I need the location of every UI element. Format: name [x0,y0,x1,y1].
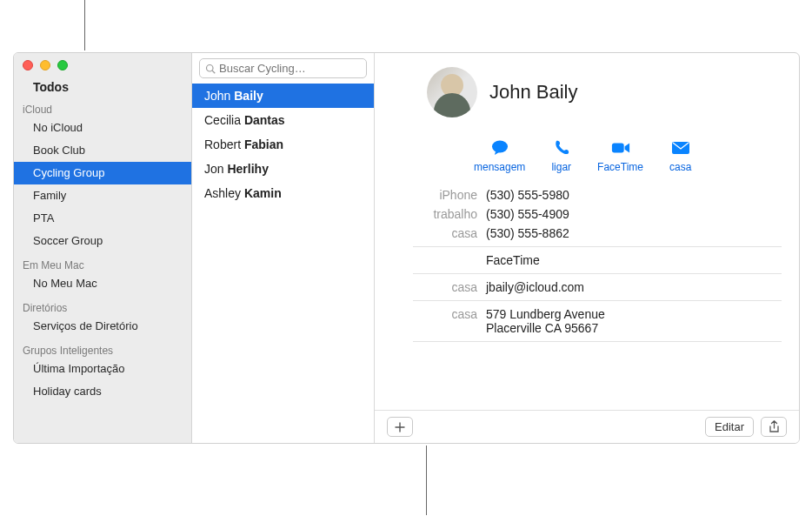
phone-row[interactable]: iPhone (530) 555-5980 [375,185,782,204]
field-value: 579 Lundberg Avenue Placerville CA 95667 [486,307,782,335]
sidebar-item-holiday-cards[interactable]: Holiday cards [14,380,191,403]
sidebar: Todos iCloud No iCloud Book Club Cycling… [14,53,192,443]
phone-row[interactable]: casa (530) 555-8862 [375,224,782,243]
search-icon [205,64,216,74]
contact-row[interactable]: Robert Fabian [192,132,374,157]
field-label: trabalho [375,207,486,221]
svg-rect-3 [611,144,623,153]
video-icon [611,138,630,157]
contact-row[interactable]: John Baily [192,84,374,108]
zoom-button[interactable] [57,60,68,70]
avatar[interactable] [427,67,477,117]
sidebar-item-no-icloud[interactable]: No iCloud [14,117,191,139]
window-controls [23,60,68,70]
sidebar-item-directory-services[interactable]: Serviços de Diretório [14,315,191,338]
message-action[interactable]: mensagem [474,138,525,173]
svg-point-2 [492,141,508,153]
contact-row[interactable]: Jon Herlihy [192,157,374,181]
contact-list: John Baily Cecilia Dantas Robert Fabian … [192,53,375,443]
sidebar-section-header: Diretórios [14,295,191,315]
contact-name: John Baily [489,81,578,104]
callout-line-top [84,0,85,50]
sidebar-item-family[interactable]: Family [14,184,191,207]
callout-line-bottom [426,446,427,515]
call-action[interactable]: ligar [551,138,571,173]
field-value: (530) 555-5980 [486,188,782,202]
separator [413,300,782,301]
action-label: ligar [551,161,571,173]
share-button[interactable] [761,417,787,437]
field-label: casa [375,226,486,240]
message-icon [490,138,509,157]
quick-actions: mensagem ligar FaceTime [375,126,799,182]
contacts-window: Todos iCloud No iCloud Book Club Cycling… [13,52,800,444]
facetime-action[interactable]: FaceTime [597,138,643,173]
action-label: casa [669,161,691,173]
separator [413,273,782,274]
field-value: (530) 555-4909 [486,207,782,221]
sidebar-item-soccer-group[interactable]: Soccer Group [14,230,191,252]
field-value: (530) 555-8862 [486,226,782,240]
svg-line-1 [212,70,215,73]
field-label: casa [375,307,486,321]
phone-row[interactable]: trabalho (530) 555-4909 [375,204,782,224]
mail-action[interactable]: casa [669,138,691,173]
field-value: FaceTime [486,253,782,267]
sidebar-item-cycling-group[interactable]: Cycling Group [14,162,191,184]
action-label: mensagem [474,161,525,173]
contact-row[interactable]: Ashley Kamin [192,181,374,205]
svg-point-0 [207,64,214,71]
search-field[interactable] [199,58,367,78]
sidebar-section-header: Em Meu Mac [14,252,191,272]
separator [413,341,782,342]
address-row[interactable]: casa 579 Lundberg Avenue Placerville CA … [375,305,782,338]
field-label: iPhone [375,188,486,202]
sidebar-section-header: Grupos Inteligentes [14,338,191,358]
detail-toolbar: Editar [375,410,799,443]
phone-icon [552,138,571,157]
search-input[interactable] [219,62,365,75]
envelope-icon [671,138,690,157]
email-row[interactable]: casa jbaily@icloud.com [375,278,782,297]
contact-row[interactable]: Cecilia Dantas [192,108,374,132]
sidebar-item-no-meu-mac[interactable]: No Meu Mac [14,272,191,295]
contact-detail: John Baily mensagem ligar [375,53,799,443]
sidebar-item-last-import[interactable]: Última Importação [14,358,191,380]
field-value: jbaily@icloud.com [486,280,782,294]
plus-icon [395,422,405,432]
sidebar-item-pta[interactable]: PTA [14,207,191,230]
field-label: casa [375,280,486,294]
sidebar-all-contacts[interactable]: Todos [14,77,191,97]
sidebar-item-book-club[interactable]: Book Club [14,139,191,162]
action-label: FaceTime [597,161,643,173]
facetime-row[interactable]: FaceTime [375,251,782,270]
edit-button[interactable]: Editar [705,417,754,437]
close-button[interactable] [23,60,33,70]
separator [413,246,782,247]
share-icon [769,420,780,433]
sidebar-section-header: iCloud [14,97,191,117]
minimize-button[interactable] [40,60,50,70]
add-button[interactable] [387,417,413,437]
